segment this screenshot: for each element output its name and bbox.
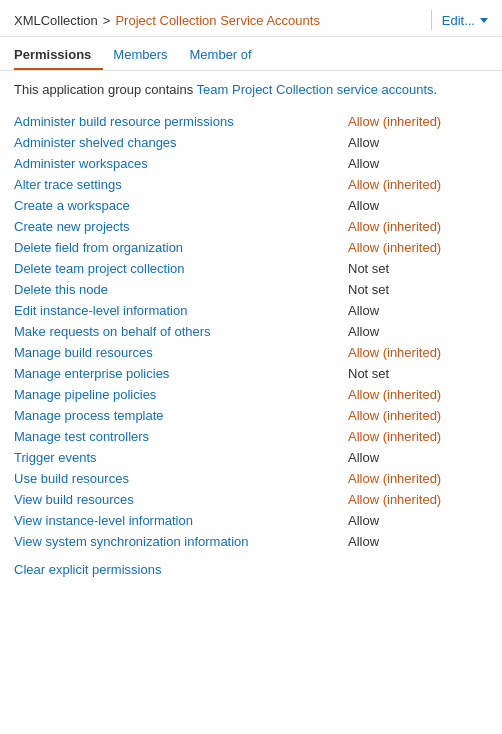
permission-name[interactable]: Administer build resource permissions bbox=[14, 114, 348, 129]
permission-value: Not set bbox=[348, 261, 488, 276]
breadcrumb-separator: > bbox=[103, 13, 111, 28]
permission-value: Allow (inherited) bbox=[348, 219, 488, 234]
clear-explicit-permissions-link[interactable]: Clear explicit permissions bbox=[14, 562, 161, 577]
table-row: Create new projectsAllow (inherited) bbox=[14, 216, 488, 237]
permission-value: Allow (inherited) bbox=[348, 429, 488, 444]
chevron-down-icon bbox=[480, 18, 488, 23]
permission-name[interactable]: View system synchronization information bbox=[14, 534, 348, 549]
permission-name[interactable]: Use build resources bbox=[14, 471, 348, 486]
permission-name[interactable]: Manage enterprise policies bbox=[14, 366, 348, 381]
permission-value: Not set bbox=[348, 282, 488, 297]
permission-name[interactable]: Manage build resources bbox=[14, 345, 348, 360]
permission-name[interactable]: Administer workspaces bbox=[14, 156, 348, 171]
table-row: Delete field from organizationAllow (inh… bbox=[14, 237, 488, 258]
table-row: Manage process templateAllow (inherited) bbox=[14, 405, 488, 426]
permission-value: Allow (inherited) bbox=[348, 471, 488, 486]
tab-members[interactable]: Members bbox=[113, 39, 179, 70]
permission-name[interactable]: Delete team project collection bbox=[14, 261, 348, 276]
permission-value: Allow bbox=[348, 303, 488, 318]
permission-name[interactable]: View instance-level information bbox=[14, 513, 348, 528]
permission-name[interactable]: View build resources bbox=[14, 492, 348, 507]
permission-name[interactable]: Delete field from organization bbox=[14, 240, 348, 255]
description-text: This application group contains Team Pro… bbox=[14, 81, 488, 99]
permission-name[interactable]: Alter trace settings bbox=[14, 177, 348, 192]
table-row: Manage enterprise policiesNot set bbox=[14, 363, 488, 384]
permission-value: Allow (inherited) bbox=[348, 345, 488, 360]
permission-value: Allow (inherited) bbox=[348, 114, 488, 129]
breadcrumb-collection-link[interactable]: XMLCollection bbox=[14, 13, 98, 28]
edit-button[interactable]: Edit... bbox=[442, 13, 488, 28]
permission-value: Allow bbox=[348, 156, 488, 171]
permission-value: Allow bbox=[348, 198, 488, 213]
permission-name[interactable]: Create new projects bbox=[14, 219, 348, 234]
permission-name[interactable]: Manage test controllers bbox=[14, 429, 348, 444]
permissions-table: Administer build resource permissionsAll… bbox=[14, 111, 488, 552]
permission-name[interactable]: Manage pipeline policies bbox=[14, 387, 348, 402]
breadcrumb-current-page: Project Collection Service Accounts bbox=[115, 13, 319, 28]
permission-value: Not set bbox=[348, 366, 488, 381]
permission-value: Allow bbox=[348, 534, 488, 549]
page-header: XMLCollection > Project Collection Servi… bbox=[0, 0, 502, 37]
table-row: Manage pipeline policiesAllow (inherited… bbox=[14, 384, 488, 405]
table-row: View system synchronization informationA… bbox=[14, 531, 488, 552]
permission-value: Allow bbox=[348, 513, 488, 528]
table-row: Manage build resourcesAllow (inherited) bbox=[14, 342, 488, 363]
permission-value: Allow (inherited) bbox=[348, 387, 488, 402]
table-row: View instance-level informationAllow bbox=[14, 510, 488, 531]
table-row: Delete team project collectionNot set bbox=[14, 258, 488, 279]
permission-name[interactable]: Administer shelved changes bbox=[14, 135, 348, 150]
permission-value: Allow (inherited) bbox=[348, 408, 488, 423]
header-divider bbox=[431, 10, 432, 30]
table-row: Delete this nodeNot set bbox=[14, 279, 488, 300]
table-row: Edit instance-level informationAllow bbox=[14, 300, 488, 321]
permission-value: Allow (inherited) bbox=[348, 492, 488, 507]
permission-name[interactable]: Trigger events bbox=[14, 450, 348, 465]
permission-value: Allow (inherited) bbox=[348, 240, 488, 255]
tab-permissions[interactable]: Permissions bbox=[14, 39, 103, 70]
table-row: Trigger eventsAllow bbox=[14, 447, 488, 468]
permission-value: Allow bbox=[348, 135, 488, 150]
breadcrumb: XMLCollection > Project Collection Servi… bbox=[14, 13, 421, 28]
description-highlight: Team Project Collection service accounts bbox=[197, 82, 434, 97]
main-content: This application group contains Team Pro… bbox=[0, 71, 502, 587]
table-row: Use build resourcesAllow (inherited) bbox=[14, 468, 488, 489]
permission-name[interactable]: Delete this node bbox=[14, 282, 348, 297]
table-row: Create a workspaceAllow bbox=[14, 195, 488, 216]
permission-name[interactable]: Edit instance-level information bbox=[14, 303, 348, 318]
permission-value: Allow (inherited) bbox=[348, 177, 488, 192]
table-row: Administer workspacesAllow bbox=[14, 153, 488, 174]
table-row: Make requests on behalf of othersAllow bbox=[14, 321, 488, 342]
tab-member-of[interactable]: Member of bbox=[190, 39, 264, 70]
permission-name[interactable]: Manage process template bbox=[14, 408, 348, 423]
table-row: View build resourcesAllow (inherited) bbox=[14, 489, 488, 510]
permission-name[interactable]: Create a workspace bbox=[14, 198, 348, 213]
table-row: Manage test controllersAllow (inherited) bbox=[14, 426, 488, 447]
tab-bar: Permissions Members Member of bbox=[0, 39, 502, 71]
permission-value: Allow bbox=[348, 324, 488, 339]
table-row: Alter trace settingsAllow (inherited) bbox=[14, 174, 488, 195]
permission-name[interactable]: Make requests on behalf of others bbox=[14, 324, 348, 339]
permission-value: Allow bbox=[348, 450, 488, 465]
table-row: Administer shelved changesAllow bbox=[14, 132, 488, 153]
table-row: Administer build resource permissionsAll… bbox=[14, 111, 488, 132]
